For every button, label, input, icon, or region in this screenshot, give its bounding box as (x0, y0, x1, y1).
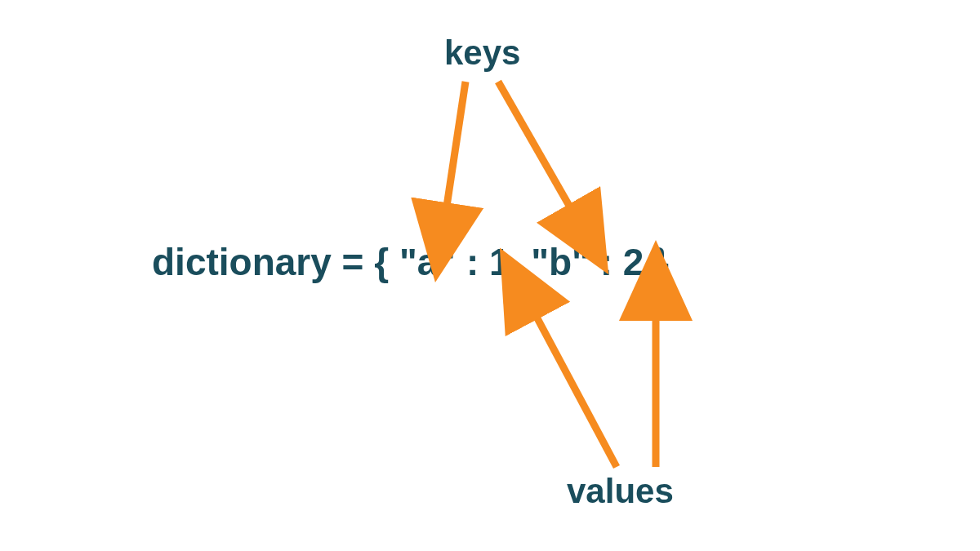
label-values: values (567, 472, 674, 511)
code-expression: dictionary = { "a" : 1, "b" : 2 } (152, 240, 669, 284)
arrow-values-to-1 (531, 306, 617, 467)
label-keys: keys (444, 33, 520, 73)
arrow-keys-to-b (498, 82, 576, 217)
arrow-keys-to-a (445, 82, 466, 217)
